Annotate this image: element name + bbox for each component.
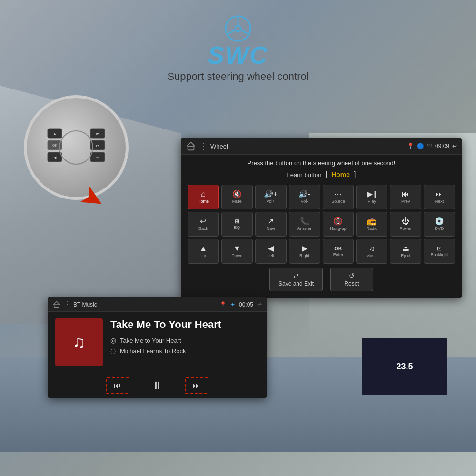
artist-row: ◌ Michael Learns To Rock: [110, 347, 259, 355]
btn-next[interactable]: ⏭ Next: [424, 185, 455, 209]
btn-up-label: Up: [200, 253, 206, 258]
eq-icon: ⊞: [235, 218, 239, 224]
svg-point-1: [235, 26, 241, 31]
btn-power-label: Power: [399, 226, 412, 231]
btn-dvd-label: DVD: [435, 226, 444, 231]
btn-eject-label: Eject: [401, 253, 410, 258]
bt-play-button[interactable]: ⏸: [149, 377, 166, 394]
bt-prev-icon: ⏮: [114, 381, 121, 390]
btn-right[interactable]: ▶ Right: [289, 239, 320, 264]
btn-backlight-label: Backlight: [431, 252, 448, 257]
power-icon: ⏻: [402, 218, 409, 225]
bt-panel-title: BT Music: [73, 301, 219, 308]
bt-music-panel: ⋮ BT Music 📍 ✦ 00:05 ↩ ♫ Take Me To Your…: [48, 298, 267, 398]
temp-display: 23.5: [396, 362, 413, 372]
bt-location-icon: 📍: [219, 301, 227, 308]
hangup-icon: 📵: [333, 218, 343, 225]
next-icon: ⏭: [436, 190, 443, 198]
btn-radio-label: Radio: [367, 226, 378, 231]
learn-bracket-close: ]: [354, 170, 356, 179]
btn-answer[interactable]: 📞 Answer: [289, 212, 320, 237]
instruction-text: Press the button on the steering wheel o…: [188, 159, 455, 167]
bt-content: ♫ Take Me To Your Heart ◎ Take Me to You…: [48, 312, 267, 373]
btn-right-label: Right: [299, 253, 309, 258]
btn-power[interactable]: ⏻ Power: [390, 212, 421, 237]
btn-mute[interactable]: 🔇 Mute: [221, 185, 253, 209]
btn-answer-label: Answer: [298, 226, 312, 231]
swc-header-section: SWC Support steering wheel control: [0, 14, 476, 83]
btn-vol-up[interactable]: 🔊+ Vol+: [255, 185, 287, 209]
music-icon: ♫: [369, 245, 375, 252]
btn-left-label: Left: [267, 253, 274, 258]
svg-line-3: [228, 30, 235, 34]
back-nav-icon: ↩: [452, 143, 457, 149]
btn-vol-up-label: Vol+: [267, 199, 275, 204]
btn-home[interactable]: ⌂ Home: [188, 185, 219, 209]
btn-up[interactable]: ▲ Up: [188, 239, 219, 264]
svg-text:↩: ↩: [96, 156, 99, 159]
answer-icon: 📞: [300, 218, 309, 225]
learn-button-row: Learn button [ Home ]: [188, 170, 455, 179]
panel-title: Wheel: [210, 143, 407, 150]
btn-left[interactable]: ◀ Left: [255, 239, 287, 264]
save-exit-icon: ⇄: [293, 272, 299, 279]
svg-text:⏭: ⏭: [96, 144, 99, 147]
clock: 09:09: [435, 143, 449, 149]
btn-next-label: Next: [435, 199, 444, 204]
svg-rect-19: [54, 305, 60, 308]
swc-subtitle: Support steering wheel control: [167, 70, 308, 83]
btn-enter[interactable]: OK Enter: [323, 239, 354, 264]
btn-back-label: Back: [198, 226, 208, 231]
prev-icon: ⏮: [402, 190, 409, 198]
btn-down-label: Down: [231, 253, 242, 258]
swc-panel: ⋮ Wheel 📍 🔵 ♡ 09:09 ↩ Press the button o…: [181, 138, 462, 298]
btn-eq[interactable]: ⊞ EQ: [221, 212, 253, 237]
btn-down[interactable]: ▼ Down: [221, 239, 253, 264]
control-button-grid: ⌂ Home 🔇 Mute 🔊+ Vol+ 🔊- Vol- ⋯ Source ▶…: [188, 185, 455, 264]
steering-wheel-svg: ▲ OK ◀ ⏮ ⏭ ↩: [33, 105, 119, 190]
btn-radio[interactable]: 📻 Radio: [356, 212, 387, 237]
right-icon: ▶: [302, 245, 307, 252]
btn-back[interactable]: ↩ Back: [188, 212, 219, 237]
bt-controls: ⏮ ⏸ ⏭: [48, 373, 267, 398]
btn-prev-label: Prev: [401, 199, 410, 204]
bluetooth-icon: 🔵: [417, 143, 424, 149]
song-title-big: Take Me To Your Heart: [110, 318, 259, 331]
battery-icon: ♡: [427, 143, 432, 149]
btn-dvd[interactable]: 💿 DVD: [424, 212, 455, 237]
music-notes-icon: ♫: [73, 332, 86, 352]
vol-down-icon: 🔊-: [298, 190, 310, 198]
bt-time: 00:05: [239, 301, 253, 308]
bt-next-button[interactable]: ⏭: [185, 377, 208, 394]
location-icon: 📍: [407, 143, 414, 149]
down-icon: ▼: [233, 245, 241, 252]
svg-text:⏮: ⏮: [96, 132, 99, 135]
btn-eject[interactable]: ⏏ Eject: [390, 239, 421, 264]
save-exit-button[interactable]: ⇄ Save and Exit: [269, 268, 323, 291]
bottom-action-row: ⇄ Save and Exit ↺ Reset: [188, 268, 455, 291]
btn-music[interactable]: ♫ Music: [356, 239, 387, 264]
reset-button[interactable]: ↺ Reset: [330, 268, 373, 291]
btn-source[interactable]: ⋯ Source: [323, 185, 354, 209]
btn-prev[interactable]: ⏮ Prev: [390, 185, 421, 209]
source-icon: ⋯: [334, 190, 342, 198]
backlight-icon: ⊡: [437, 246, 442, 251]
btn-play[interactable]: ▶‖ Play: [356, 185, 387, 209]
btn-hangup-label: Hang-up: [330, 226, 347, 231]
bt-statusbar: ⋮ BT Music 📍 ✦ 00:05 ↩: [48, 298, 267, 312]
bt-status-dots: ⋮: [63, 300, 71, 309]
btn-eq-label: EQ: [234, 225, 240, 230]
enter-icon: OK: [334, 246, 342, 251]
navi-icon: ↗: [268, 218, 274, 225]
btn-music-label: Music: [367, 253, 378, 258]
btn-hangup[interactable]: 📵 Hang-up: [323, 212, 354, 237]
svg-rect-18: [188, 146, 194, 150]
btn-navi[interactable]: ↗ Navi: [255, 212, 287, 237]
bt-prev-button[interactable]: ⏮: [106, 377, 129, 394]
back-icon: ↩: [200, 218, 206, 225]
btn-backlight[interactable]: ⊡ Backlight: [424, 239, 455, 264]
btn-vol-down[interactable]: 🔊- Vol-: [289, 185, 320, 209]
status-dots: ⋮: [199, 141, 208, 151]
track-icon: ◎: [110, 337, 116, 344]
up-icon: ▲: [199, 245, 207, 252]
